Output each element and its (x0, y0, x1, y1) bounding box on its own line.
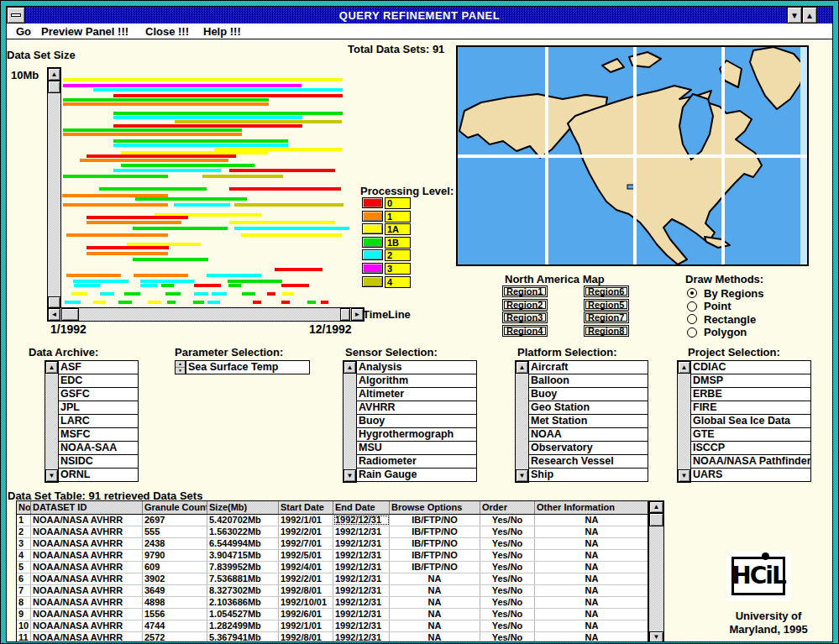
list-item-global-sea-ice-data[interactable]: Global Sea Ice Data (690, 414, 811, 428)
legend-color-button-3[interactable] (362, 263, 383, 274)
radio-button[interactable] (687, 301, 697, 312)
list-item-isccp[interactable]: ISCCP (690, 441, 811, 455)
list-item-balloon[interactable]: Balloon (528, 374, 648, 388)
table-scroll-down-button[interactable]: ▼ (649, 631, 663, 641)
list-item-noaa-saa[interactable]: NOAA-SAA (58, 441, 139, 455)
timeline-vertical-scrollbar[interactable]: ▲ (47, 67, 61, 309)
menu-item-preview-panel[interactable]: Preview Panel !!! (41, 25, 128, 38)
draw-method-rectangle[interactable]: Rectangle (687, 313, 756, 325)
scroll-left-button[interactable]: ◄ (48, 308, 60, 321)
list-item-uars[interactable]: UARS (690, 468, 811, 482)
list-item-observatory[interactable]: Observatory (528, 441, 648, 455)
menu-item-close[interactable]: Close !!! (145, 25, 189, 38)
listbox-scroll-down-button[interactable]: ▼ (678, 469, 690, 482)
table-row[interactable]: 8NOAA/NASA AVHRR48982.103686Mb1992/10/01… (17, 597, 648, 609)
spinner-up-icon[interactable]: ▲ (176, 361, 185, 368)
column-header-dataset-id[interactable]: DATASET ID (31, 501, 143, 514)
legend-color-button-0[interactable] (362, 197, 383, 208)
scroll-down-button[interactable] (48, 296, 60, 308)
table-row[interactable]: 11NOAA/NASA AVHRR25725.367941Mb1992/8/01… (17, 632, 648, 641)
list-item-algorithm[interactable]: Algorithm (356, 374, 477, 388)
column-header-size-mb[interactable]: Size(Mb) (207, 501, 279, 514)
listbox-scroll-up-button[interactable]: ▲ (343, 361, 356, 374)
horizontal-scroll-thumb[interactable] (61, 308, 79, 321)
list-item-buoy[interactable]: Buoy (528, 387, 648, 401)
table-scroll-up-button[interactable]: ▲ (649, 501, 663, 513)
table-row[interactable]: 2NOAA/NASA AVHRR5551.563022Mb1992/2/0119… (17, 526, 648, 538)
region-button-region6[interactable]: Region6 (584, 285, 629, 297)
listbox-scrollbar[interactable]: ▲▼ (343, 360, 357, 483)
list-item-ship[interactable]: Ship (528, 468, 648, 482)
list-item-jpl[interactable]: JPL (58, 401, 139, 415)
list-item-radiometer[interactable]: Radiometer (356, 454, 477, 469)
list-item-asf[interactable]: ASF (58, 360, 139, 374)
list-item-altimeter[interactable]: Altimeter (356, 387, 477, 401)
list-item-noaa[interactable]: NOAA (528, 427, 648, 442)
draw-method-by-regions[interactable]: By Regions (687, 287, 764, 299)
table-row[interactable]: 5NOAA/NASA AVHRR6097.839952Mb1992/4/0119… (17, 562, 648, 573)
list-item-analysis[interactable]: Analysis (356, 360, 477, 374)
table-scrollbar[interactable]: ▲ ▼ (648, 500, 664, 641)
north-america-map-canvas[interactable] (456, 45, 809, 266)
draw-method-polygon[interactable]: Polygon (687, 327, 747, 338)
list-item-msfc[interactable]: MSFC (58, 427, 139, 442)
scroll-right-button[interactable]: ► (351, 308, 364, 321)
menu-item-go[interactable]: Go (16, 25, 31, 38)
table-row[interactable]: 9NOAA/NASA AVHRR15561.054527Mb1992/6/011… (17, 609, 648, 620)
region-button-region1[interactable]: Region1 (502, 285, 548, 297)
list-item-gsfc[interactable]: GSFC (58, 387, 139, 401)
minimize-button[interactable]: ▼ (787, 7, 802, 24)
region-button-region8[interactable]: Region8 (584, 325, 629, 337)
list-item-erbe[interactable]: ERBE (690, 387, 811, 401)
list-item-aircraft[interactable]: Aircraft (528, 360, 648, 374)
listbox-scroll-up-button[interactable]: ▲ (516, 361, 528, 374)
column-header-order[interactable]: Order (480, 501, 535, 514)
listbox-scrollbar[interactable]: ▲▼ (515, 360, 529, 483)
listbox-scroll-down-button[interactable]: ▼ (343, 469, 356, 482)
system-menu-button[interactable] (7, 7, 25, 24)
list-item-cdiac[interactable]: CDIAC (690, 360, 811, 374)
table-row[interactable]: 4NOAA/NASA AVHRR97903.904715Mb1992/5/011… (17, 550, 648, 562)
list-item-met-station[interactable]: Met Station (528, 414, 648, 428)
listbox-scrollbar[interactable]: ▲▼ (45, 360, 59, 483)
list-item-geo-station[interactable]: Geo Station (528, 401, 648, 415)
list-item-avhrr[interactable]: AVHRR (356, 401, 477, 415)
list-item-nsidc[interactable]: NSIDC (58, 454, 139, 469)
legend-color-button-4[interactable] (362, 276, 383, 287)
menu-item-help[interactable]: Help !!! (203, 25, 241, 38)
maximize-button[interactable]: ▲ (802, 7, 817, 24)
listbox-scroll-down-button[interactable]: ▼ (516, 469, 528, 482)
list-item-rain-gauge[interactable]: Rain Gauge (356, 468, 477, 482)
legend-color-button-2[interactable] (362, 249, 383, 260)
region-button-region3[interactable]: Region3 (502, 312, 548, 323)
table-row[interactable]: 10NOAA/NASA AVHRR47441.282499Mb1992/1/01… (17, 620, 648, 632)
title-bar[interactable]: QUERY REFINEMENT PANEL ▼ ▲ (7, 7, 832, 24)
region-button-region5[interactable]: Region5 (584, 299, 629, 311)
list-item-sea-surface-temp[interactable]: Sea Surface Temp (186, 360, 310, 374)
table-row[interactable]: 3NOAA/NASA AVHRR24386.544994Mb1992/7/011… (17, 538, 648, 550)
radio-button[interactable] (687, 327, 697, 338)
radio-button[interactable] (687, 314, 697, 324)
list-item-gte[interactable]: GTE (690, 427, 811, 442)
list-item-ornl[interactable]: ORNL (58, 468, 139, 482)
list-item-larc[interactable]: LARC (58, 414, 139, 428)
table-scroll-thumb[interactable] (649, 513, 663, 526)
column-header-granule-count[interactable]: Granule Count (143, 501, 207, 514)
listbox-scrollbar[interactable]: ▲▼ (677, 360, 691, 483)
listbox-scroll-up-button[interactable]: ▲ (678, 361, 690, 374)
list-item-edc[interactable]: EDC (58, 374, 139, 388)
region-button-region4[interactable]: Region4 (502, 325, 548, 337)
table-row[interactable]: 1NOAA/NASA AVHRR26975.420702Mb1992/1/011… (17, 515, 648, 526)
listbox-scroll-down-button[interactable]: ▼ (45, 469, 58, 482)
column-header-browse-options[interactable]: Browse Options (390, 501, 480, 514)
scroll-up-button[interactable]: ▲ (48, 68, 60, 81)
list-item-fire[interactable]: FIRE (690, 401, 811, 415)
legend-color-button-1A[interactable] (362, 223, 383, 234)
table-row[interactable]: 6NOAA/NASA AVHRR39027.536881Mb1992/2/011… (17, 573, 648, 585)
column-header-no[interactable]: No (17, 501, 31, 514)
column-header-start-date[interactable]: Start Date (279, 501, 333, 514)
vertical-scroll-thumb[interactable] (48, 81, 60, 93)
list-item-noaa-nasa-pathfinder[interactable]: NOAA/NASA Pathfinder (690, 454, 811, 469)
radio-button-selected[interactable] (687, 288, 697, 298)
list-item-msu[interactable]: MSU (356, 441, 477, 455)
